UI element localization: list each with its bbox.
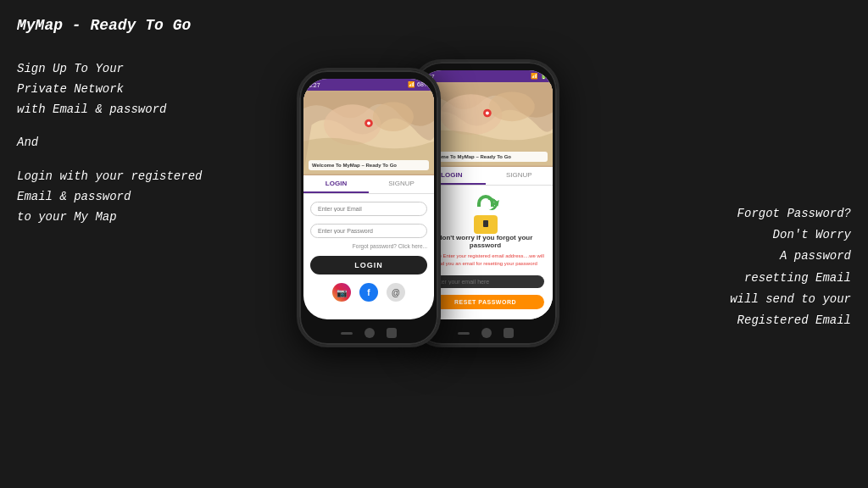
description-text: Sign Up To Your Private Network with Ema… (17, 59, 202, 228)
right-line6: Registered Email (737, 313, 851, 327)
phone-1-screen: 3:27 📶 68% (303, 79, 434, 319)
phone-2-recents-button-icon[interactable] (504, 328, 514, 338)
svg-point-7 (489, 92, 535, 121)
app-title: MyMap - Ready To Go (17, 17, 202, 34)
forgot-popup-desc: please Enter your registered email addre… (426, 252, 544, 267)
phone-1-tab-signup[interactable]: SIGNUP (369, 175, 434, 193)
phone-1-password-input[interactable] (310, 224, 427, 238)
phone-1-login-button[interactable]: LOGIN (310, 256, 427, 274)
phone-1-tabs: LOGIN SIGNUP (303, 175, 434, 194)
desc-line4: Login with your registered (17, 169, 202, 183)
desc-line6: to your My Map (17, 210, 117, 224)
svg-point-4 (367, 122, 370, 125)
right-line3: A password (780, 249, 851, 263)
desc-line2: Private Network (17, 82, 124, 96)
phone-2-home-button-icon[interactable] (481, 328, 492, 338)
phone-2-status-bar: 3:27 📶 🔋 (418, 70, 553, 82)
phone-2-back-button-icon[interactable] (458, 332, 470, 335)
right-line5: will send to your (730, 292, 851, 306)
phone-2-bottom-bar (458, 328, 514, 338)
phone-1: 3:27 📶 68% (297, 68, 441, 347)
desc-line1: Sign Up To Your (17, 62, 124, 75)
phone-2-tab-signup[interactable]: SIGNUP (486, 167, 554, 185)
phone-1-email-input[interactable] (310, 202, 427, 216)
phone-1-welcome-banner: Welcome To MyMap – Ready To Go (309, 160, 429, 170)
lock-icon (469, 195, 503, 229)
phone-1-tab-login[interactable]: LOGIN (303, 175, 369, 193)
phone-1-social-row: 📷 f @ (310, 283, 427, 302)
phone-1-battery: 📶 68% (408, 81, 429, 88)
back-button-icon[interactable] (341, 332, 353, 335)
forgot-popup-title: don't worry if you forgot your password (426, 234, 544, 249)
right-panel: Forgot Password? Don't Worry A password … (665, 203, 851, 331)
desc-line3: with Email & password (17, 103, 166, 116)
recents-button-icon[interactable] (387, 328, 397, 338)
phone-1-form: Forgot password? Click here... LOGIN 📷 f… (303, 194, 434, 319)
right-line1: Forgot Password? (737, 207, 851, 220)
phone-1-content: 3:27 📶 68% (303, 79, 434, 319)
right-line2: Don't Worry (773, 228, 851, 241)
phone-1-map: Welcome To MyMap – Ready To Go (303, 91, 434, 175)
phone-1-time: 3:27 (309, 82, 320, 88)
and-text: And (17, 133, 202, 153)
left-panel: MyMap - Ready To Go Sign Up To Your Priv… (17, 17, 202, 228)
phone-2-icons: 📶 🔋 (531, 73, 548, 80)
home-button-icon[interactable] (364, 328, 375, 338)
phones-area: 3:27 📶 68% (271, 17, 653, 474)
facebook-icon[interactable]: f (359, 283, 378, 302)
phone-1-forgot-link[interactable]: Forgot password? Click here... (310, 243, 427, 249)
svg-point-2 (373, 102, 414, 131)
reset-password-button[interactable]: RESET PASSWORD (426, 295, 544, 309)
contact-icon[interactable]: @ (387, 283, 405, 302)
svg-point-9 (486, 112, 489, 115)
right-line4: resetting Email (744, 271, 851, 285)
phone-1-status-bar: 3:27 📶 68% (303, 79, 434, 91)
desc-line5: Email & password (17, 190, 131, 203)
instagram-icon[interactable]: 📷 (332, 283, 351, 302)
phone-1-bottom-bar (341, 328, 397, 338)
forgot-email-input[interactable] (426, 275, 544, 288)
phone-2-welcome-banner: Welcome To MyMap – Ready To Go (423, 152, 548, 162)
